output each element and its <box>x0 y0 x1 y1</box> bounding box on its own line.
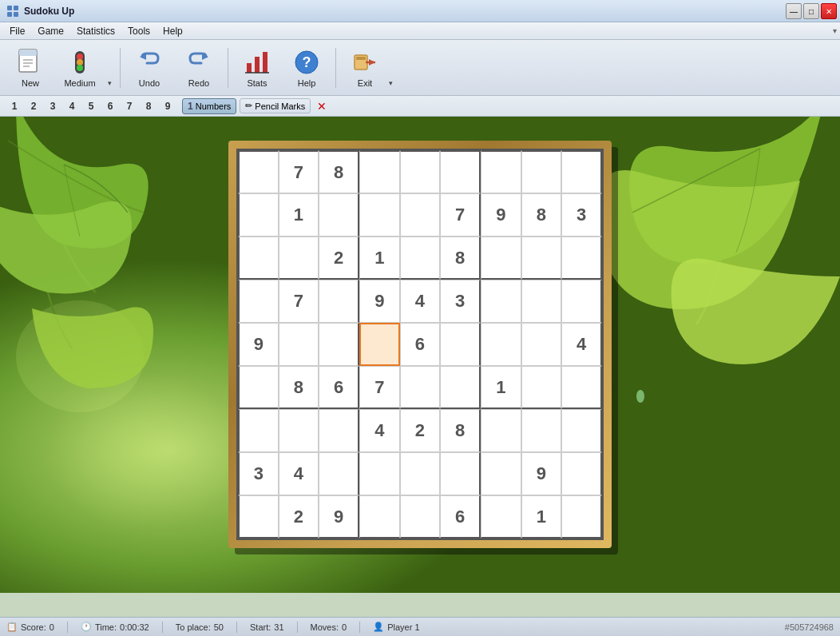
num-9[interactable]: 9 <box>160 98 176 114</box>
help-button[interactable]: ? Help <box>283 44 331 92</box>
menu-file[interactable]: File <box>3 24 31 38</box>
cell-r3-c4[interactable]: 4 <box>400 280 441 323</box>
cell-r5-c8[interactable] <box>561 366 602 409</box>
cell-r0-c3[interactable] <box>359 150 400 193</box>
cell-r4-c8[interactable]: 4 <box>561 323 602 366</box>
cell-r8-c8[interactable] <box>561 495 602 539</box>
exit-button[interactable]: Exit <box>341 44 389 92</box>
cell-r2-c7[interactable] <box>521 237 562 280</box>
cell-r3-c2[interactable] <box>319 280 359 323</box>
cell-r4-c2[interactable] <box>319 323 359 366</box>
cell-r7-c3[interactable] <box>359 452 400 495</box>
cell-r1-c0[interactable] <box>238 193 279 237</box>
cell-r2-c5[interactable]: 8 <box>440 237 481 280</box>
cell-r0-c4[interactable] <box>400 150 441 193</box>
cell-r3-c7[interactable] <box>521 280 562 323</box>
cell-r7-c1[interactable]: 4 <box>279 452 319 495</box>
cell-r6-c8[interactable] <box>561 409 602 452</box>
cell-r7-c8[interactable] <box>561 452 602 495</box>
cell-r6-c1[interactable] <box>279 409 319 452</box>
cell-r8-c7[interactable]: 1 <box>521 495 562 539</box>
menu-tools[interactable]: Tools <box>121 24 157 38</box>
cell-r3-c5[interactable]: 3 <box>440 280 481 323</box>
num-7[interactable]: 7 <box>121 98 137 114</box>
cell-r4-c0[interactable]: 9 <box>238 323 279 366</box>
close-button[interactable]: ✕ <box>821 3 837 19</box>
cell-r2-c1[interactable] <box>279 237 319 280</box>
cell-r3-c3[interactable]: 9 <box>359 280 400 323</box>
cell-r0-c0[interactable] <box>238 150 279 193</box>
cell-r7-c4[interactable] <box>400 452 441 495</box>
num-5[interactable]: 5 <box>83 98 99 114</box>
cell-r6-c6[interactable] <box>481 409 521 452</box>
cell-r8-c3[interactable] <box>359 495 400 539</box>
cell-r4-c4[interactable]: 6 <box>400 323 441 366</box>
cell-r6-c4[interactable]: 2 <box>400 409 441 452</box>
cell-r5-c5[interactable] <box>440 366 481 409</box>
cell-r0-c2[interactable]: 8 <box>319 150 359 193</box>
cell-r1-c5[interactable]: 7 <box>440 193 481 237</box>
cell-r6-c5[interactable]: 8 <box>440 409 481 452</box>
cell-r4-c7[interactable] <box>521 323 562 366</box>
cell-r1-c4[interactable] <box>400 193 441 237</box>
num-4[interactable]: 4 <box>64 98 80 114</box>
cell-r4-c1[interactable] <box>279 323 319 366</box>
menu-game[interactable]: Game <box>31 24 70 38</box>
cell-r8-c6[interactable] <box>481 495 521 539</box>
medium-dropdown-arrow[interactable]: ▾ <box>104 44 115 92</box>
num-3[interactable]: 3 <box>45 98 61 114</box>
cell-r0-c5[interactable] <box>440 150 481 193</box>
cell-r1-c1[interactable]: 1 <box>279 193 319 237</box>
minimize-button[interactable]: — <box>786 3 802 19</box>
num-8[interactable]: 8 <box>141 98 157 114</box>
cell-r6-c2[interactable] <box>319 409 359 452</box>
redo-button[interactable]: Redo <box>175 44 223 92</box>
numbers-mode-button[interactable]: 1 Numbers <box>182 98 236 114</box>
cell-r7-c0[interactable]: 3 <box>238 452 279 495</box>
cell-r6-c0[interactable] <box>238 409 279 452</box>
cell-r0-c8[interactable] <box>561 150 602 193</box>
clear-button[interactable]: ✕ <box>314 98 330 114</box>
undo-button[interactable]: Undo <box>125 44 173 92</box>
cell-r3-c1[interactable]: 7 <box>279 280 319 323</box>
cell-r3-c6[interactable] <box>481 280 521 323</box>
cell-r7-c7[interactable]: 9 <box>521 452 562 495</box>
menu-statistics[interactable]: Statistics <box>70 24 121 38</box>
cell-r5-c1[interactable]: 8 <box>279 366 319 409</box>
num-6[interactable]: 6 <box>102 98 118 114</box>
cell-r5-c2[interactable]: 6 <box>319 366 359 409</box>
cell-r6-c7[interactable] <box>521 409 562 452</box>
cell-r2-c0[interactable] <box>238 237 279 280</box>
maximize-button[interactable]: □ <box>803 3 819 19</box>
cell-r8-c1[interactable]: 2 <box>279 495 319 539</box>
cell-r5-c3[interactable]: 7 <box>359 366 400 409</box>
cell-r2-c3[interactable]: 1 <box>359 237 400 280</box>
cell-r7-c2[interactable] <box>319 452 359 495</box>
cell-r2-c4[interactable] <box>400 237 441 280</box>
cell-r5-c4[interactable] <box>400 366 441 409</box>
cell-r1-c2[interactable] <box>319 193 359 237</box>
cell-r4-c3[interactable] <box>359 323 400 366</box>
cell-r1-c8[interactable]: 3 <box>561 193 602 237</box>
cell-r2-c2[interactable]: 2 <box>319 237 359 280</box>
num-2[interactable]: 2 <box>26 98 42 114</box>
cell-r8-c2[interactable]: 9 <box>319 495 359 539</box>
cell-r0-c1[interactable]: 7 <box>279 150 319 193</box>
cell-r8-c0[interactable] <box>238 495 279 539</box>
cell-r0-c6[interactable] <box>481 150 521 193</box>
cell-r2-c8[interactable] <box>561 237 602 280</box>
cell-r5-c0[interactable] <box>238 366 279 409</box>
cell-r8-c4[interactable] <box>400 495 441 539</box>
num-1[interactable]: 1 <box>6 98 22 114</box>
cell-r7-c6[interactable] <box>481 452 521 495</box>
cell-r1-c3[interactable] <box>359 193 400 237</box>
cell-r4-c6[interactable] <box>481 323 521 366</box>
cell-r5-c7[interactable] <box>521 366 562 409</box>
menu-help[interactable]: Help <box>157 24 189 38</box>
cell-r5-c6[interactable]: 1 <box>481 366 521 409</box>
cell-r1-c6[interactable]: 9 <box>481 193 521 237</box>
cell-r0-c7[interactable] <box>521 150 562 193</box>
cell-r7-c5[interactable] <box>440 452 481 495</box>
cell-r6-c3[interactable]: 4 <box>359 409 400 452</box>
cell-r2-c6[interactable] <box>481 237 521 280</box>
